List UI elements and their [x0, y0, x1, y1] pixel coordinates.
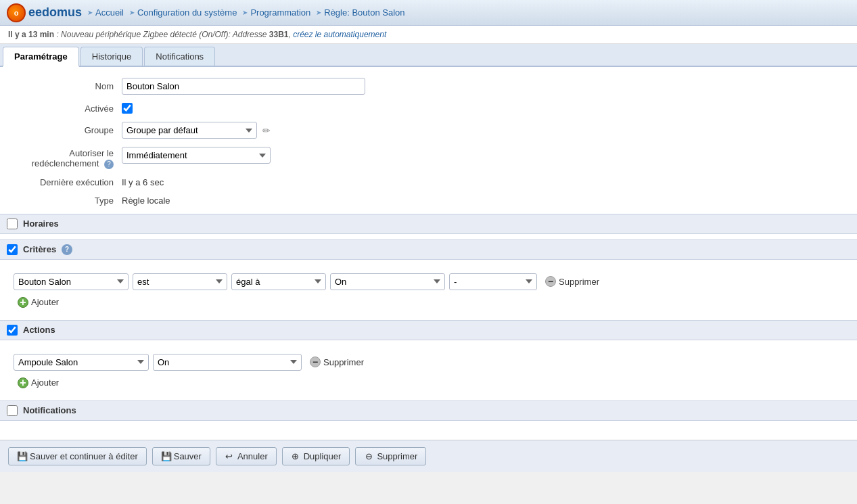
form-row-rearm: Autoriser le redéclenchement ? Immédiate… — [14, 147, 843, 169]
checkbox-notifications[interactable] — [7, 405, 18, 416]
action-row: Ampoule Salon On − Supprimer — [14, 354, 843, 371]
action-bar: 💾 Sauver et continuer à éditer 💾 Sauver … — [0, 440, 857, 472]
cancel-icon: ↩ — [225, 451, 234, 461]
label-groupe: Groupe — [14, 125, 122, 135]
form-row-groupe: Groupe Groupe par défaut ✏ — [14, 122, 843, 139]
label-derniere-exec: Dernière exécution — [14, 177, 122, 187]
select-groupe[interactable]: Groupe par défaut — [122, 122, 257, 139]
action-remove-button[interactable]: − Supprimer — [306, 355, 368, 369]
checkbox-criteres[interactable] — [7, 244, 18, 255]
section-notifications-label: Notifications — [23, 405, 76, 415]
section-criteres-label: Critères — [23, 244, 56, 254]
checkbox-horaires[interactable] — [7, 219, 18, 229]
tab-notifications[interactable]: Notifications — [144, 47, 215, 66]
tabs-bar: Paramétrage Historique Notifications — [0, 44, 857, 67]
logo-text: eedomus — [28, 5, 82, 20]
save-label: Sauver — [174, 451, 202, 461]
criteria-add-icon: + — [18, 297, 28, 308]
action-select-device[interactable]: Ampoule Salon — [14, 354, 149, 371]
breadcrumb-programmation[interactable]: Programmation — [242, 7, 310, 18]
save-continue-icon: 💾 — [17, 451, 26, 461]
breadcrumb-link-config[interactable]: Configuration du système — [137, 7, 237, 18]
rearm-help-icon[interactable]: ? — [104, 160, 114, 169]
duplicate-button[interactable]: ⊕ Dupliquer — [282, 447, 350, 465]
tab-historique[interactable]: Historique — [80, 47, 143, 66]
section-actions-label: Actions — [23, 325, 55, 335]
delete-icon: ⊖ — [364, 451, 373, 461]
checkbox-activee[interactable] — [122, 103, 133, 114]
breadcrumb-config[interactable]: Configuration du système — [129, 7, 237, 18]
topbar: o eedomus Accueil Configuration du systè… — [0, 0, 857, 26]
section-notifications: Notifications — [0, 400, 857, 421]
save-icon: 💾 — [161, 451, 170, 461]
label-autoriser: Autoriser le redéclenchement ? — [14, 147, 122, 169]
criteria-select-extra[interactable]: - — [449, 273, 537, 290]
cancel-button[interactable]: ↩ Annuler — [216, 447, 277, 465]
breadcrumb-link-prog[interactable]: Programmation — [250, 7, 310, 18]
criteria-remove-icon: − — [545, 276, 556, 287]
criteria-select-operator[interactable]: est — [133, 273, 227, 290]
criteria-select-comparison[interactable]: égal à — [231, 273, 326, 290]
action-remove-icon: − — [310, 357, 321, 367]
action-add-button[interactable]: + Ajouter — [14, 376, 63, 390]
form-row-derniere-exec: Dernière exécution Il y a 6 sec — [14, 177, 843, 187]
select-rearm[interactable]: Immédiatement — [122, 147, 271, 164]
notif-time: Il y a 13 min — [8, 30, 54, 39]
notif-link[interactable]: créez le automatiquement — [293, 30, 386, 39]
label-type: Type — [14, 196, 122, 206]
value-derniere-exec: Il y a 6 sec — [122, 177, 164, 187]
criteria-add-label: Ajouter — [31, 297, 59, 307]
criteres-help-icon[interactable]: ? — [62, 244, 72, 255]
criteria-select-device[interactable]: Bouton Salon — [14, 273, 129, 290]
form-row-activee: Activée — [14, 103, 843, 114]
input-nom[interactable] — [122, 78, 365, 95]
notification-bar: Il y a 13 min : Nouveau périphérique Zig… — [0, 26, 857, 44]
breadcrumb-link-accueil[interactable]: Accueil — [95, 7, 124, 18]
delete-label: Supprimer — [377, 451, 417, 461]
breadcrumb-link-regle[interactable]: Règle: Bouton Salon — [324, 7, 404, 18]
tab-parametrage[interactable]: Paramétrage — [3, 47, 79, 67]
criteria-area: Bouton Salon est égal à On - − Supprimer… — [14, 265, 843, 315]
form-row-nom: Nom — [14, 78, 843, 95]
breadcrumb-regle[interactable]: Règle: Bouton Salon — [316, 7, 404, 18]
action-add-label: Ajouter — [31, 377, 59, 388]
notif-address: 33B1 — [269, 30, 289, 39]
criteria-remove-button[interactable]: − Supprimer — [541, 275, 603, 288]
actions-area: Ampoule Salon On − Supprimer + Ajouter — [14, 346, 843, 395]
criteria-remove-label: Supprimer — [559, 277, 599, 287]
label-autoriser-line1: Autoriser le — [69, 148, 114, 158]
main-content: Nom Activée Groupe Groupe par défaut ✏ A… — [0, 67, 857, 440]
section-actions: Actions — [0, 320, 857, 340]
criteria-select-value[interactable]: On — [330, 273, 445, 290]
action-remove-label: Supprimer — [323, 357, 364, 367]
label-redecrenchement: redéclenchement — [32, 158, 99, 168]
criteria-row: Bouton Salon est égal à On - − Supprimer — [14, 273, 843, 290]
duplicate-label: Dupliquer — [304, 451, 342, 461]
logo[interactable]: o eedomus — [7, 3, 82, 22]
criteria-add-button[interactable]: + Ajouter — [14, 296, 63, 309]
cancel-label: Annuler — [237, 451, 268, 461]
checkbox-actions[interactable] — [7, 325, 18, 336]
duplicate-icon: ⊕ — [291, 451, 300, 461]
edit-groupe-icon[interactable]: ✏ — [262, 125, 271, 136]
delete-button[interactable]: ⊖ Supprimer — [355, 447, 426, 465]
section-criteres: Critères ? — [0, 239, 857, 260]
logo-circle: o — [7, 3, 26, 22]
label-nom: Nom — [14, 81, 122, 91]
section-horaires: Horaires — [0, 214, 857, 234]
label-activee: Activée — [14, 104, 122, 114]
action-add-icon: + — [18, 377, 28, 388]
save-continue-button[interactable]: 💾 Sauver et continuer à éditer — [8, 447, 147, 465]
notif-message: : Nouveau périphérique Zigbee détecté (O… — [56, 30, 267, 39]
action-select-value[interactable]: On — [153, 354, 302, 371]
section-horaires-label: Horaires — [23, 219, 59, 229]
breadcrumb-accueil[interactable]: Accueil — [87, 7, 124, 18]
save-button[interactable]: 💾 Sauver — [152, 447, 210, 465]
save-continue-label: Sauver et continuer à éditer — [30, 451, 138, 461]
form-row-type: Type Règle locale — [14, 196, 843, 206]
value-type: Règle locale — [122, 196, 170, 206]
